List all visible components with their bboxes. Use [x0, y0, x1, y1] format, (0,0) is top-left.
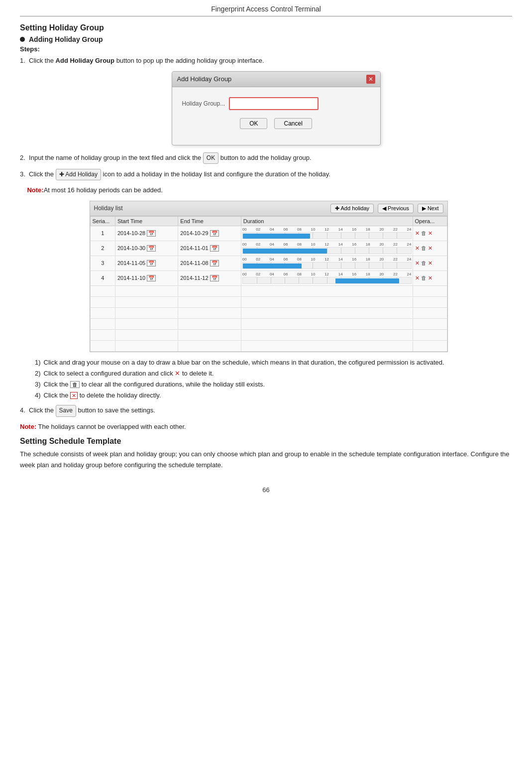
dialog-title-bar: Add Holiday Group ✕ — [172, 72, 380, 87]
time-label: 14 — [338, 227, 343, 232]
cell-end-time: 2014-11-08 📅 — [178, 256, 241, 270]
cell-start-time: 2014-10-28 📅 — [115, 226, 178, 241]
dialog-cancel-button[interactable]: Cancel — [274, 118, 312, 129]
cell-start-time: 2014-11-05 📅 — [115, 256, 178, 270]
cell-serial: 2 — [90, 241, 115, 256]
op-trash-icon[interactable]: 🗑 — [421, 260, 426, 266]
op-x-icon[interactable]: ✕ — [415, 275, 420, 281]
dialog-label: Holiday Group... — [182, 100, 225, 107]
time-label: 02 — [256, 242, 260, 247]
col-serial: Seria... — [90, 216, 115, 226]
dialog-title: Add Holiday Group — [177, 75, 232, 83]
step-2-text-before: Input the name of holiday group in the t… — [29, 154, 203, 161]
add-holiday-group-dialog: Add Holiday Group ✕ Holiday Group... OK … — [172, 71, 381, 145]
previous-button[interactable]: ◀ Previous — [378, 204, 414, 213]
dialog-body: Holiday Group... OK Cancel — [172, 87, 380, 145]
sublist: Click and drag your mouse on a day to dr… — [35, 357, 512, 401]
op-trash-icon[interactable]: 🗑 — [421, 245, 426, 251]
cell-start-time: 2014-10-30 📅 — [115, 241, 178, 256]
table-row: 22014-10-30 📅2014-11-01 📅000204060810121… — [90, 241, 447, 256]
time-label: 02 — [256, 272, 260, 276]
cell-end-time: 2014-10-29 📅 — [178, 226, 241, 241]
sublist-item-1: Click and drag your mouse on a day to dr… — [35, 357, 512, 368]
holiday-group-input[interactable] — [229, 97, 319, 110]
add-holiday-inline-button: ✚ Add Holiday — [56, 169, 101, 180]
time-label: 10 — [311, 272, 316, 276]
time-label: 02 — [256, 257, 260, 261]
cell-operations: ✕🗑✕ — [413, 241, 447, 256]
time-label: 12 — [324, 272, 329, 276]
step-4-text-before: Click the — [29, 406, 55, 414]
step-2: 2. Input the name of holiday group in th… — [20, 152, 512, 164]
dialog-row: Holiday Group... — [182, 97, 370, 110]
next-label: Next — [427, 205, 439, 211]
note-2-text: The holidays cannot be overlapped with e… — [38, 423, 186, 430]
duration-bar — [243, 263, 302, 268]
sublist-items: Click and drag your mouse on a day to dr… — [35, 357, 512, 401]
op-delete-icon[interactable]: ✕ — [428, 260, 432, 266]
time-label: 16 — [352, 227, 356, 232]
op-x-icon[interactable]: ✕ — [415, 230, 420, 236]
time-label: 16 — [352, 257, 356, 261]
step-3: 3. Click the ✚ Add Holiday icon to add a… — [20, 169, 512, 180]
time-label: 02 — [256, 227, 260, 232]
cell-duration: 00020406081012141618202224 — [241, 241, 413, 256]
note-1: Note:At most 16 holiday periods can be a… — [20, 185, 512, 196]
time-label: 06 — [283, 227, 288, 232]
holiday-list-wrapper: Holiday list ✚ Add holiday ◀ Previous ▶ … — [25, 201, 512, 352]
time-label: 08 — [297, 242, 302, 247]
steps-label: Steps: — [20, 45, 512, 53]
dialog-wrapper: Add Holiday Group ✕ Holiday Group... OK … — [40, 71, 512, 145]
sublist-item-2: Click to select a configured duration an… — [35, 368, 512, 379]
time-label: 10 — [311, 242, 316, 247]
time-label: 14 — [338, 272, 343, 276]
section2-body: The schedule consists of week plan and h… — [20, 449, 512, 471]
time-label: 14 — [338, 242, 343, 247]
cell-serial: 1 — [90, 226, 115, 241]
op-x-icon[interactable]: ✕ — [415, 245, 420, 251]
time-label: 08 — [297, 272, 302, 276]
time-label: 12 — [324, 257, 329, 261]
op-trash-icon[interactable]: 🗑 — [421, 275, 426, 281]
op-delete-icon[interactable]: ✕ — [428, 230, 432, 236]
op-x-icon[interactable]: ✕ — [415, 260, 420, 266]
duration-bar — [243, 249, 327, 254]
col-operations: Opera... — [413, 216, 447, 226]
next-button[interactable]: ▶ Next — [418, 204, 443, 213]
step-2-text-after: button to add the holiday group. — [220, 154, 312, 161]
step-1: 1. Click the Add Holiday Group button to… — [20, 56, 512, 66]
time-label: 04 — [270, 227, 274, 232]
cell-operations: ✕🗑✕ — [413, 226, 447, 241]
op-trash-icon[interactable]: 🗑 — [421, 230, 426, 236]
time-label: 18 — [366, 227, 370, 232]
table-row: 42014-11-10 📅2014-11-12 📅000204060810121… — [90, 270, 447, 285]
table-header-row: Seria... Start Time End Time Duration Op… — [90, 216, 447, 226]
dialog-ok-button[interactable]: OK — [240, 118, 267, 129]
add-holiday-label: Add holiday — [341, 205, 370, 211]
time-label: 22 — [393, 272, 398, 276]
cell-start-time: 2014-11-10 📅 — [115, 270, 178, 285]
time-label: 24 — [407, 242, 412, 247]
time-label: 16 — [352, 272, 356, 276]
add-holiday-button[interactable]: ✚ Add holiday — [330, 204, 374, 213]
note-2-label: Note: — [20, 423, 36, 430]
op-delete-icon[interactable]: ✕ — [428, 275, 432, 281]
dialog-close-button[interactable]: ✕ — [366, 75, 375, 84]
time-label: 22 — [393, 242, 398, 247]
step-3-text-after: icon to add a holiday in the holiday lis… — [103, 170, 330, 178]
table-empty-row — [90, 285, 447, 296]
time-label: 20 — [379, 257, 384, 261]
time-label: 12 — [324, 242, 329, 247]
time-label: 00 — [242, 242, 247, 247]
table-row: 32014-11-05 📅2014-11-08 📅000204060810121… — [90, 256, 447, 270]
section-heading: Setting Holiday Group — [20, 23, 512, 32]
duration-bar — [243, 234, 310, 239]
op-delete-icon[interactable]: ✕ — [428, 245, 432, 251]
step-2-num: 2. — [20, 154, 25, 161]
time-label: 06 — [283, 272, 288, 276]
col-end-time: End Time — [178, 216, 241, 226]
table-wrapper: Seria... Start Time End Time Duration Op… — [90, 216, 447, 352]
step-3-num: 3. — [20, 170, 25, 178]
cell-serial: 4 — [90, 270, 115, 285]
time-label: 08 — [297, 227, 302, 232]
